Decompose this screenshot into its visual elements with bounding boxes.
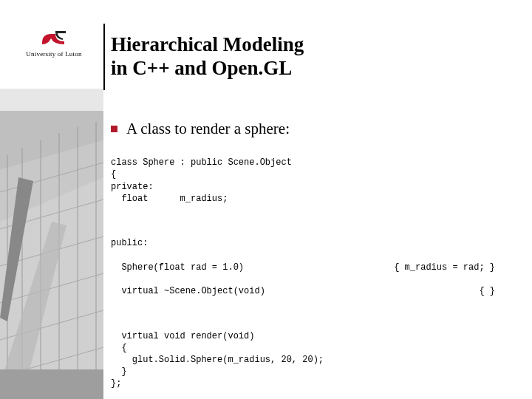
bullet-square-icon xyxy=(111,126,117,132)
code-destructor-row: virtual ~Scene.Object(void) { } xyxy=(111,285,495,297)
svg-rect-19 xyxy=(0,369,103,399)
svg-rect-1 xyxy=(0,89,103,111)
code-ctor-right: { m_radius = rad; } xyxy=(394,262,495,273)
bullet-text: A class to render a sphere: xyxy=(126,120,290,138)
code-constructor-row: Sphere(float rad = 1.0) { m_radius = rad… xyxy=(111,262,495,273)
title-line-2: in C++ and Open.GL xyxy=(111,57,292,79)
code-ctor-left: Sphere(float rad = 1.0) xyxy=(111,262,244,273)
slide-title: Hierarchical Modeling in C++ and Open.GL xyxy=(111,33,510,81)
title-divider xyxy=(103,24,105,90)
code-block-2: virtual void render(void) { glut.Solid.S… xyxy=(111,330,525,390)
university-logo: University of Luton xyxy=(10,30,98,58)
background-building-photo xyxy=(0,0,103,399)
university-logo-text: University of Luton xyxy=(26,50,81,58)
code-public-label: public: xyxy=(111,237,525,249)
code-block-1: class Sphere : public Scene.Object { pri… xyxy=(111,157,525,205)
code-listing: class Sphere : public Scene.Object { pri… xyxy=(111,145,525,399)
code-dtor-right: { } xyxy=(479,285,495,297)
luton-logo-icon xyxy=(41,30,67,47)
title-line-1: Hierarchical Modeling xyxy=(111,33,304,55)
bullet-item: A class to render a sphere: xyxy=(111,120,290,138)
code-dtor-left: virtual ~Scene.Object(void) xyxy=(111,285,265,297)
